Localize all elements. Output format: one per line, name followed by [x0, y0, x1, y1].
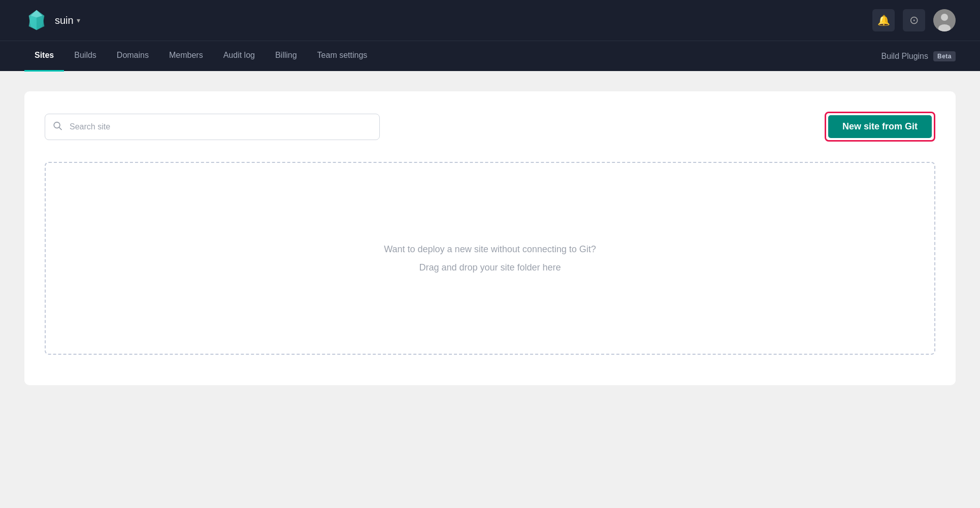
- build-plugins-label: Build Plugins: [881, 52, 928, 61]
- new-site-button-wrapper: New site from Git: [825, 112, 935, 142]
- netlify-logo-icon: [24, 8, 49, 32]
- avatar[interactable]: [933, 9, 956, 31]
- help-circle-icon: ⊙: [909, 14, 919, 27]
- nav-items: Sites Builds Domains Members Audit log B…: [24, 41, 377, 72]
- drop-zone-text: Want to deploy a new site without connec…: [384, 240, 596, 277]
- nav-item-domains[interactable]: Domains: [107, 41, 159, 72]
- brand-name[interactable]: suin ▾: [55, 15, 80, 26]
- bell-icon: 🔔: [877, 14, 890, 26]
- nav-item-audit-log[interactable]: Audit log: [213, 41, 265, 72]
- beta-badge: Beta: [933, 51, 956, 61]
- nav-item-members[interactable]: Members: [159, 41, 213, 72]
- nav-item-sites[interactable]: Sites: [24, 41, 64, 72]
- nav-right: Build Plugins Beta: [881, 51, 956, 61]
- content-card: New site from Git Want to deploy a new s…: [24, 91, 956, 385]
- help-button[interactable]: ⊙: [903, 9, 925, 31]
- brand-caret-icon: ▾: [77, 16, 80, 24]
- nav-item-billing[interactable]: Billing: [265, 41, 307, 72]
- search-container: [45, 114, 380, 140]
- main-content: New site from Git Want to deploy a new s…: [0, 71, 980, 508]
- top-bar-left: suin ▾: [24, 8, 80, 32]
- nav-item-builds[interactable]: Builds: [64, 41, 107, 72]
- drop-zone[interactable]: Want to deploy a new site without connec…: [45, 162, 935, 355]
- top-bar-right: 🔔 ⊙: [872, 9, 956, 31]
- user-avatar-image: [933, 9, 956, 31]
- new-site-from-git-button[interactable]: New site from Git: [828, 115, 932, 138]
- search-input[interactable]: [45, 114, 380, 140]
- secondary-nav: Sites Builds Domains Members Audit log B…: [0, 41, 980, 71]
- svg-point-5: [941, 14, 948, 21]
- nav-item-team-settings[interactable]: Team settings: [307, 41, 378, 72]
- notification-button[interactable]: 🔔: [872, 9, 895, 31]
- top-bar: suin ▾ 🔔 ⊙: [0, 0, 980, 41]
- action-row: New site from Git: [45, 112, 935, 142]
